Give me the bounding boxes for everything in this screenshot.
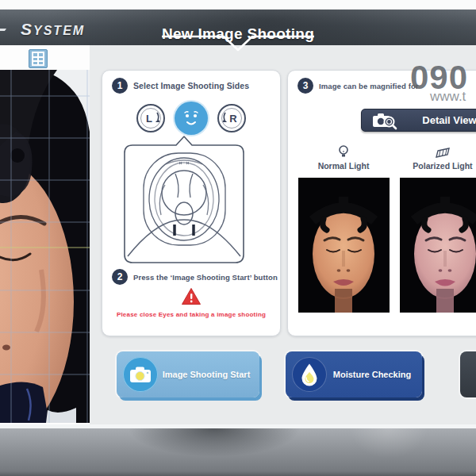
- polarized-light-header: Polarized Light: [395, 144, 476, 171]
- grid-overlay-toggle[interactable]: [29, 49, 48, 68]
- step2-row: 2 Press the ‘Image Shooting Start’ butto…: [112, 269, 278, 285]
- polarized-light-label: Polarized Light: [395, 161, 476, 171]
- step1-label: Select Image Shooting Sides: [133, 81, 249, 90]
- grid-icon: [29, 50, 47, 67]
- head-position-illustration: [120, 134, 248, 267]
- step1-badge: 1: [112, 78, 128, 94]
- face-icon: [178, 105, 205, 132]
- polarized-light-photo[interactable]: [400, 178, 476, 313]
- normal-light-photo[interactable]: [298, 178, 390, 313]
- camera-magnifier-icon: [371, 111, 398, 130]
- detail-view-label: Detail View: [398, 114, 476, 126]
- watermark-url: www.t: [430, 89, 466, 105]
- preview-card: 3 Image can be magnified for Detail View…: [287, 70, 476, 336]
- moisture-checking-button[interactable]: Moisture Checking: [286, 351, 422, 397]
- instructions-card: 1 Select Image Shooting Sides L: [102, 70, 281, 336]
- step3-label: Image can be magnified for: [319, 82, 419, 90]
- moisture-checking-label: Moisture Checking: [327, 370, 417, 379]
- step2-label: Press the ‘Image Shooting Start’ button: [133, 273, 278, 282]
- step2-badge: 2: [112, 269, 128, 285]
- bezel-shadow: [103, 428, 325, 476]
- top-strip: [0, 0, 476, 10]
- image-shooting-start-button[interactable]: Image Shooting Start: [117, 351, 259, 397]
- droplet-icon: [300, 363, 319, 386]
- side-front-button-selected[interactable]: [175, 102, 208, 135]
- warning-row: [102, 287, 280, 305]
- live-camera-preview: [0, 70, 90, 423]
- warning-icon: [181, 287, 202, 305]
- normal-light-header: Normal Light: [296, 144, 391, 171]
- camera-badge: [123, 357, 158, 392]
- step1-row: 1 Select Image Shooting Sides: [112, 78, 249, 94]
- bezel-highlight: [333, 428, 444, 476]
- warning-caption: Please close Eyes and taking a image sho…: [102, 311, 280, 318]
- step3-badge: 3: [298, 78, 313, 94]
- bulb-icon: [338, 144, 349, 159]
- side-select-row: L R: [102, 102, 280, 135]
- step3-row: 3 Image can be magnified for: [298, 78, 419, 94]
- side-right-button[interactable]: R: [217, 103, 247, 133]
- camera-icon: [129, 366, 152, 383]
- offscreen-button[interactable]: [460, 351, 476, 397]
- normal-light-label: Normal Light: [296, 161, 391, 171]
- polarizer-icon: [434, 147, 451, 159]
- detail-view-button[interactable]: Detail View: [361, 109, 476, 132]
- side-left-button[interactable]: L: [136, 103, 166, 133]
- image-shooting-start-label: Image Shooting Start: [158, 370, 255, 379]
- svg-text:R: R: [229, 113, 237, 125]
- droplet-badge: [292, 357, 327, 392]
- svg-text:L: L: [146, 113, 152, 125]
- title-underline-notch: [161, 35, 315, 52]
